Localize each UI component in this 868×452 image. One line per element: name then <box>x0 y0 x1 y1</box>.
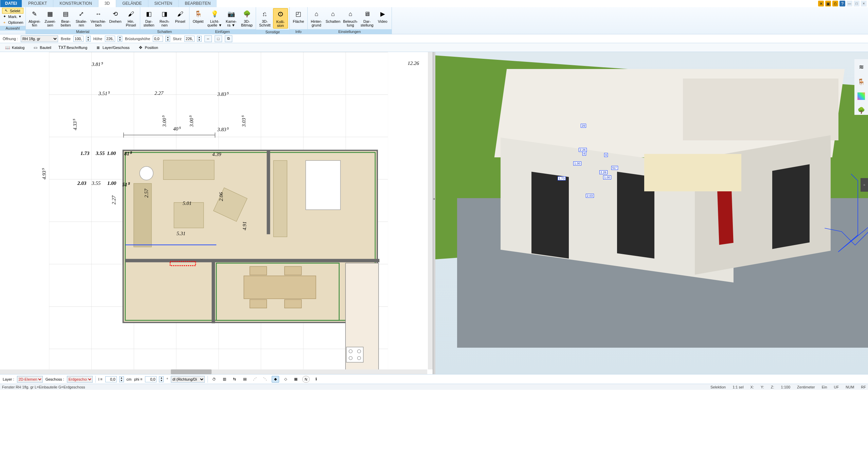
mark-button[interactable]: ✦Mark. ▾ <box>2 14 23 19</box>
furniture-icon[interactable]: 🪑 <box>857 77 866 86</box>
pane-2d[interactable]: 3.51⁵2.273.83⁵3.00⁵3.00⁵3.03⁵4.33⁵40⁵3.8… <box>0 52 433 374</box>
ribbon-hin-pinsel[interactable]: 🖌Hin. Pinsel <box>124 8 139 28</box>
ribbon-bearbeiten[interactable]: ▤Bear- beiten <box>58 8 73 28</box>
shading-icon[interactable]: ◆ <box>272 376 279 383</box>
ribbon-video[interactable]: ▶Video <box>375 8 390 24</box>
ribbon-3d-bitmap[interactable]: 🌳3D- Bitmap <box>239 8 254 28</box>
sturz-input[interactable] <box>184 36 195 42</box>
phi-input[interactable] <box>145 376 157 382</box>
ribbon-group-sonstige: ⎌3D- SchnittⵙKolli- sionSonstige <box>256 7 290 34</box>
ribbon-beleuchtung[interactable]: ⌂Beleuch- tung <box>342 8 359 28</box>
scroll-vertical[interactable] <box>428 52 433 369</box>
window-icon[interactable]: ▥ <box>221 376 228 383</box>
ribbon-hintergrund[interactable]: ⌂Hinter- grund <box>309 8 324 28</box>
layer-select[interactable]: 2D-Elemen <box>17 376 43 383</box>
menu-datei[interactable]: DATEI <box>0 0 22 7</box>
bauteil-button[interactable]: ▭Bauteil <box>31 44 53 51</box>
opening-select[interactable]: RH 1flg. gr <box>21 35 58 42</box>
layers-toggle-icon[interactable]: ≋ <box>857 63 866 71</box>
ribbon-zuweisen[interactable]: ▦Zuwei- sen <box>43 8 58 28</box>
l-input[interactable] <box>105 376 117 382</box>
ribbon-group-schatten: ◧Dar- stellen◨Rech- nen🖌PinselSchatten <box>140 7 189 34</box>
window-maximize[interactable]: □ <box>854 1 860 6</box>
ribbon-kamera[interactable]: 📷Kame- ra ▼ <box>224 8 239 28</box>
breite-spinner[interactable]: ▲▼ <box>86 36 91 42</box>
ribbon-darstellung[interactable]: 🖥Dar- stellung <box>360 8 375 28</box>
dim-label: 3.00⁵ <box>188 116 195 127</box>
mode-a[interactable]: ↔ <box>204 35 212 42</box>
grid-icon[interactable]: ▦ <box>292 376 300 383</box>
main-split: 3.51⁵2.273.83⁵3.00⁵3.00⁵3.03⁵4.33⁵40⁵3.8… <box>0 52 868 374</box>
breite-input[interactable] <box>73 36 84 42</box>
ribbon-flaeche[interactable]: ◰Fläche <box>291 8 306 24</box>
geschoss-select[interactable]: Erdgeschos <box>67 376 93 383</box>
menu-gelaende[interactable]: GELÄNDE <box>116 0 148 7</box>
tool-icon-1[interactable]: ✕ <box>818 1 824 6</box>
position-button[interactable]: ✥Position <box>136 44 160 51</box>
scroll-horizontal[interactable] <box>0 369 427 374</box>
window-close[interactable]: × <box>861 1 867 6</box>
ribbon-objekt[interactable]: 🪑Objekt <box>191 8 206 24</box>
sync-icon[interactable]: ⇆ <box>231 376 238 383</box>
mode-select[interactable]: dl (Richtung/Di <box>171 376 205 383</box>
clock-icon[interactable]: ⏱ <box>211 376 218 383</box>
tree-icon[interactable]: 🌳 <box>857 106 866 115</box>
hatch2-icon[interactable]: ⋱ <box>261 376 269 383</box>
bruestung-spinner[interactable]: ▲▼ <box>165 36 170 42</box>
tool-icon-3[interactable]: ⎙ <box>832 1 838 6</box>
layer-button[interactable]: ≣Layer/Geschoss <box>93 44 131 51</box>
ribbon-pinsel[interactable]: 🖌Pinsel <box>173 8 188 24</box>
status-ein: Ein <box>822 385 827 389</box>
materials-icon[interactable] <box>857 92 865 100</box>
tool-icon-2[interactable]: ▣ <box>825 1 831 6</box>
help-icon[interactable]: ? <box>839 1 845 6</box>
ribbon-3d-schnitt[interactable]: ⎌3D- Schnitt <box>257 8 272 28</box>
bruestung-input[interactable] <box>153 36 163 42</box>
beschriftung-button[interactable]: TXTBeschriftung <box>57 44 89 51</box>
window-minimize[interactable]: — <box>847 1 852 6</box>
hoehe-spinner[interactable]: ▲▼ <box>117 36 122 42</box>
hatch1-icon[interactable]: ⋰ <box>251 376 259 383</box>
phi-spinner[interactable]: ▲▼ <box>159 376 164 382</box>
katalog-button[interactable]: 📖Katalog <box>3 44 26 51</box>
menu-sichten[interactable]: SICHTEN <box>148 0 179 7</box>
pane-3d[interactable]: 292.26891.0051⁵2.261.001.732.03 <box>435 52 868 374</box>
north-icon[interactable]: N <box>302 376 310 383</box>
dim-label[interactable]: 51⁵ <box>122 181 129 188</box>
dim-label[interactable]: 1.73 <box>80 151 89 156</box>
ribbon-skalieren[interactable]: ⤢Skalie- ren <box>74 8 89 28</box>
dim-left: 4.93⁵ <box>41 169 47 179</box>
dim-label[interactable]: 3.55 <box>96 151 105 156</box>
stack-icon[interactable]: ▤ <box>241 376 249 383</box>
dim-label: 3.55 <box>92 180 101 186</box>
menu-konstruktion[interactable]: KONSTRUKTION <box>53 0 98 7</box>
ribbon-verschieben[interactable]: ↔Verschie- ben <box>90 8 107 28</box>
dim-label[interactable]: 81⁵ <box>124 151 131 157</box>
menu-bearbeiten[interactable]: BEARBEITEN <box>178 0 217 7</box>
side-tab[interactable]: ≡ <box>861 178 868 192</box>
ribbon-schatten-ein[interactable]: ⌂Schatten <box>325 8 341 24</box>
ribbon-abgreifen[interactable]: ✎Abgrei- fen <box>27 8 42 28</box>
ribbon-drehen[interactable]: ⟲Drehen <box>108 8 123 24</box>
l-spinner[interactable]: ▲▼ <box>119 376 124 382</box>
mode-b[interactable]: □ <box>215 35 222 42</box>
zuweisen-icon: ▦ <box>45 9 55 19</box>
select-button[interactable]: ↖Selekt <box>2 8 23 14</box>
book-icon: 📖 <box>5 45 10 50</box>
ribbon-lichtquelle[interactable]: 💡Licht- quelle ▼ <box>206 8 223 28</box>
mode-c[interactable]: ⧉ <box>225 35 232 42</box>
verschieben-icon: ↔ <box>93 9 104 19</box>
info-icon[interactable]: ℹ <box>312 376 320 383</box>
ribbon-darstellen[interactable]: ◧Dar- stellen <box>142 8 157 28</box>
ribbon-rechnen[interactable]: ◨Rech- nen <box>157 8 172 28</box>
sturz-spinner[interactable]: ▲▼ <box>197 36 202 42</box>
menu-3d[interactable]: 3D <box>98 0 116 7</box>
options-button[interactable]: +Optionen <box>2 19 23 25</box>
wire-icon[interactable]: ◇ <box>282 376 289 383</box>
ribbon-kollision[interactable]: ⵙKolli- sion <box>273 8 288 29</box>
menu-projekt[interactable]: PROJEKT <box>22 0 53 7</box>
dim-label[interactable]: 1.00 <box>107 180 116 186</box>
hoehe-input[interactable] <box>105 36 115 42</box>
dim-label[interactable]: 1.00 <box>107 151 116 156</box>
dim-label[interactable]: 2.03 <box>77 180 86 186</box>
